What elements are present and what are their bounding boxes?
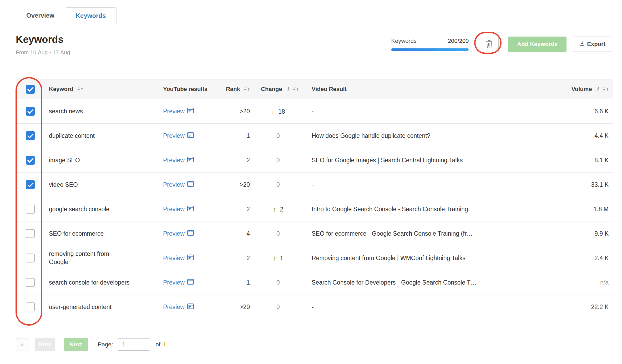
- row-checkbox[interactable]: [26, 278, 35, 287]
- rank-cell: 1: [217, 124, 255, 148]
- preview-link-label: Preview: [163, 230, 185, 237]
- volume-cell: 4.4 K: [554, 124, 613, 148]
- serp-preview-icon: [187, 108, 194, 115]
- serp-preview-icon: [187, 255, 194, 262]
- column-header-volume-label: Volume: [572, 86, 592, 92]
- keyword-cell: SEO for ecommerce: [49, 230, 104, 238]
- rank-cell: >20: [217, 173, 255, 197]
- title-block: Keywords From 10.Aug - 17.Aug: [16, 34, 70, 55]
- preview-link[interactable]: Preview: [163, 255, 194, 262]
- keywords-usage-counter: Keywords 200/200: [391, 38, 469, 51]
- header-actions: Keywords 200/200: [391, 36, 612, 52]
- keyword-cell: removing content from Google: [49, 250, 130, 266]
- keyword-cell: user-generated content: [49, 303, 112, 311]
- select-all-checkbox[interactable]: [26, 85, 35, 94]
- keywords-counter-value: 200/200: [448, 38, 469, 44]
- row-checkbox[interactable]: [26, 254, 35, 262]
- row-checkbox[interactable]: [26, 229, 35, 238]
- change-value: 0: [276, 157, 280, 164]
- preview-link-label: Preview: [163, 108, 185, 115]
- change-value: 0: [276, 279, 280, 286]
- delete-keywords-button[interactable]: [480, 36, 499, 52]
- first-page-button[interactable]: «: [16, 338, 29, 351]
- page-label: Page:: [98, 341, 113, 348]
- sort-icon[interactable]: [75, 86, 83, 92]
- row-checkbox[interactable]: [26, 302, 35, 311]
- pagination: « Prev Next Page: of 1: [16, 338, 622, 351]
- prev-page-button[interactable]: Prev: [35, 338, 55, 351]
- volume-cell: 9.9 K: [554, 221, 613, 246]
- sort-icon[interactable]: [242, 86, 250, 92]
- preview-link[interactable]: Preview: [163, 108, 194, 115]
- column-header-keyword-label: Keyword: [49, 86, 73, 92]
- change-arrow-icon: ↑: [273, 205, 276, 213]
- sort-icon[interactable]: [291, 86, 299, 92]
- total-pages: 1: [163, 341, 166, 348]
- preview-link[interactable]: Preview: [163, 230, 194, 237]
- volume-cell: 1.8 M: [554, 197, 613, 221]
- preview-link-label: Preview: [163, 181, 185, 188]
- rank-cell: 4: [217, 221, 255, 246]
- preview-link-label: Preview: [163, 132, 185, 139]
- keywords-usage-bar-fill: [391, 48, 469, 51]
- change-value: 2: [280, 206, 284, 213]
- change-cell: 0: [255, 270, 301, 295]
- table-row: user-generated content Preview >20 0 -: [16, 295, 613, 319]
- table-row: duplicate content Preview 1 0 How does G: [16, 124, 613, 148]
- serp-preview-icon: [187, 279, 194, 286]
- change-cell: ↑ 1: [255, 246, 301, 270]
- row-checkbox[interactable]: [26, 156, 35, 165]
- change-cell: ↑ 2: [255, 197, 301, 221]
- column-header-video-result: Video Result: [301, 79, 554, 99]
- video-result-cell: Search Console for Developers - Google S…: [301, 270, 554, 295]
- preview-link[interactable]: Preview: [163, 157, 194, 164]
- page-input[interactable]: [118, 338, 150, 351]
- column-header-rank-label: Rank: [226, 86, 240, 92]
- keyword-cell: video SEO: [49, 181, 78, 189]
- column-header-youtube-results-label: YouTube results: [163, 86, 208, 92]
- change-value: 0: [276, 181, 280, 188]
- add-keywords-button[interactable]: Add Keywords: [508, 37, 567, 52]
- row-checkbox[interactable]: [26, 205, 35, 214]
- row-checkbox[interactable]: [26, 107, 35, 116]
- column-header-change-label: Change: [261, 86, 282, 92]
- date-range: From 10.Aug - 17.Aug: [16, 49, 70, 55]
- delete-keywords-wrap: [480, 36, 499, 52]
- video-result-cell: Removing content from Google | WMConf Li…: [301, 246, 554, 270]
- rank-cell: 1: [217, 270, 255, 295]
- volume-cell: 22.2 K: [554, 295, 613, 319]
- change-cell: 0: [255, 295, 301, 319]
- info-icon: [597, 86, 599, 93]
- export-button-label: Export: [587, 41, 605, 48]
- change-arrow-icon: ↓: [271, 108, 275, 115]
- preview-link-label: Preview: [163, 157, 185, 164]
- preview-link-label: Preview: [163, 255, 185, 262]
- preview-link[interactable]: Preview: [163, 132, 194, 139]
- export-button[interactable]: Export: [573, 37, 612, 52]
- preview-link[interactable]: Preview: [163, 206, 194, 213]
- next-page-button[interactable]: Next: [64, 338, 88, 351]
- column-header-rank: Rank: [217, 79, 255, 99]
- table-row: removing content from Google Preview 2 ↑…: [16, 246, 613, 270]
- rank-cell: 2: [217, 197, 255, 221]
- preview-link[interactable]: Preview: [163, 181, 194, 188]
- tab-keywords[interactable]: Keywords: [65, 7, 117, 24]
- rank-cell: >20: [217, 99, 255, 124]
- sort-icon[interactable]: [600, 86, 609, 92]
- row-checkbox[interactable]: [26, 131, 35, 140]
- preview-link[interactable]: Preview: [163, 304, 194, 311]
- preview-link[interactable]: Preview: [163, 279, 194, 286]
- column-header-change: Change: [255, 79, 301, 99]
- tab-bar: Overview Keywords: [16, 7, 117, 24]
- column-header-youtube-results: YouTube results: [158, 79, 217, 99]
- tab-overview[interactable]: Overview: [16, 7, 65, 24]
- table-row: search news Preview >20 ↓ 18 - 6.6 K: [16, 99, 613, 124]
- change-value: 0: [276, 132, 280, 139]
- keyword-cell: google search console: [49, 205, 109, 213]
- info-icon: [287, 86, 289, 93]
- column-header-volume: Volume: [554, 79, 613, 99]
- row-checkbox[interactable]: [26, 180, 35, 189]
- change-cell: 0: [255, 124, 301, 148]
- change-value: 18: [278, 108, 285, 115]
- change-cell: 0: [255, 173, 301, 197]
